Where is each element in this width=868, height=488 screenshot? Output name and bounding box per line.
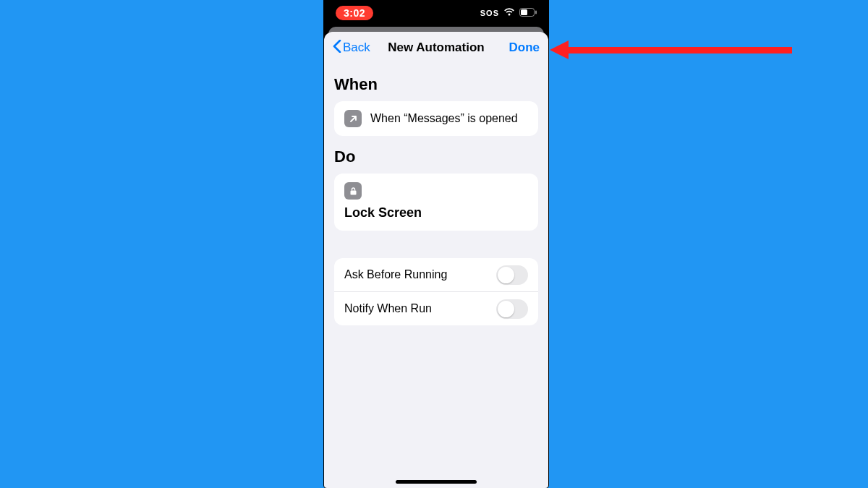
phone-frame: 3:02 SOS Back New Automat xyxy=(324,0,548,488)
do-action-label: Lock Screen xyxy=(344,205,528,221)
wifi-icon xyxy=(503,8,515,18)
svg-rect-2 xyxy=(535,11,537,14)
svg-marker-5 xyxy=(550,40,569,59)
lock-icon xyxy=(344,182,362,200)
back-button[interactable]: Back xyxy=(333,40,370,56)
settings-card: Ask Before Running Notify When Run xyxy=(334,258,538,325)
when-trigger-card[interactable]: When “Messages” is opened xyxy=(334,101,538,136)
back-label: Back xyxy=(343,40,370,55)
nav-bar: Back New Automation Done xyxy=(324,32,548,64)
battery-icon xyxy=(519,8,537,18)
when-trigger-text: When “Messages” is opened xyxy=(370,112,518,125)
ask-before-running-row[interactable]: Ask Before Running xyxy=(334,258,538,291)
done-button[interactable]: Done xyxy=(509,40,540,55)
notify-when-run-row[interactable]: Notify When Run xyxy=(334,291,538,325)
chevron-left-icon xyxy=(333,40,341,56)
status-bar: 3:02 SOS xyxy=(324,0,548,26)
status-right-cluster: SOS xyxy=(480,8,537,18)
notify-when-run-label: Notify When Run xyxy=(344,302,432,315)
status-time-pill: 3:02 xyxy=(336,6,373,20)
app-open-icon xyxy=(344,110,362,127)
sheet-content: When When “Messages” is opened Do Lock S… xyxy=(324,64,548,325)
annotation-arrow-icon xyxy=(550,40,792,59)
sheet: Back New Automation Done When When “Mess… xyxy=(324,32,548,488)
notify-when-run-switch[interactable] xyxy=(496,299,528,319)
ask-before-running-switch[interactable] xyxy=(496,265,528,285)
section-heading-when: When xyxy=(334,75,538,94)
do-action-card[interactable]: Lock Screen xyxy=(334,174,538,231)
svg-rect-3 xyxy=(350,190,356,194)
status-sos: SOS xyxy=(480,9,499,17)
ask-before-running-label: Ask Before Running xyxy=(344,268,447,281)
svg-rect-1 xyxy=(521,9,527,15)
svg-rect-4 xyxy=(564,47,792,53)
section-heading-do: Do xyxy=(334,147,538,166)
home-indicator[interactable] xyxy=(396,480,477,484)
